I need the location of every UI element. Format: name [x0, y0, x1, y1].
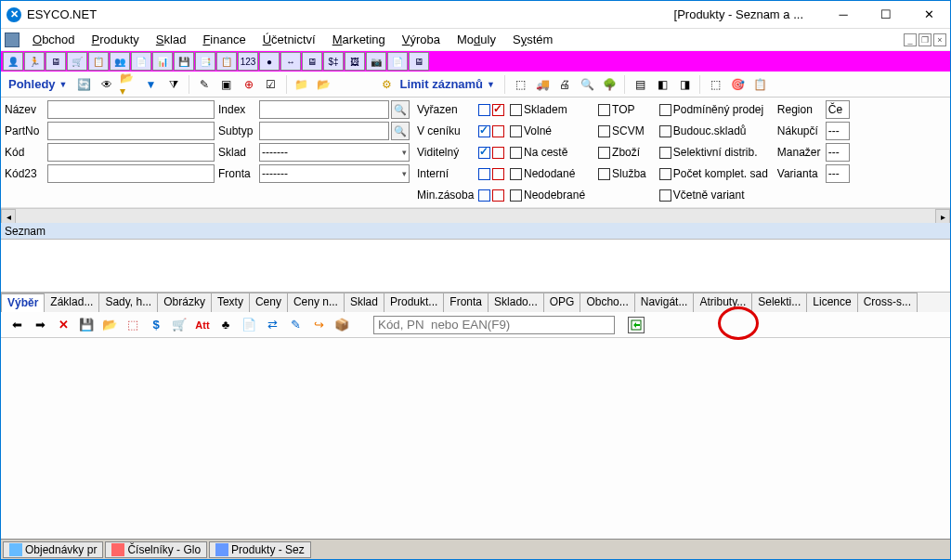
- tb-icon-20[interactable]: 🖥: [409, 52, 429, 71]
- tb3-doc-icon[interactable]: 📄: [239, 315, 259, 335]
- tb-icon-4[interactable]: 🛒: [67, 52, 87, 71]
- tb3-edit-icon[interactable]: ✎: [285, 315, 306, 335]
- tb3-grid-icon[interactable]: ⬚: [123, 315, 143, 335]
- chk-vcvariant[interactable]: [659, 189, 671, 202]
- tb2-ext3-icon[interactable]: ◨: [675, 75, 694, 94]
- chk-vceniku-yes[interactable]: [492, 125, 504, 137]
- search-go-button[interactable]: [628, 317, 645, 333]
- minimize-button[interactable]: ─: [822, 1, 865, 29]
- menu-icon[interactable]: [5, 33, 20, 47]
- combo-fronta[interactable]: -------▾: [259, 164, 410, 183]
- chk-naceste[interactable]: [510, 147, 522, 159]
- chk-sluzba[interactable]: [598, 168, 610, 180]
- tb-icon-12[interactable]: 123: [238, 52, 258, 71]
- search-subtyp-button[interactable]: 🔍: [391, 122, 410, 140]
- hscroll[interactable]: ◂ ▸: [1, 208, 950, 223]
- tab-produkt[interactable]: Produkt...: [384, 293, 444, 312]
- tb3-new-icon[interactable]: ⬅: [7, 315, 27, 335]
- tab-texty[interactable]: Texty: [211, 293, 250, 312]
- tb2-check-icon[interactable]: ☑: [262, 75, 280, 94]
- tb2-refresh-icon[interactable]: 🔄: [75, 75, 94, 94]
- tb2-folder1-icon[interactable]: 📁: [293, 75, 311, 94]
- tb2-print-icon[interactable]: 🖨: [555, 75, 574, 94]
- tb-icon-10[interactable]: 📑: [195, 52, 215, 71]
- search-input[interactable]: [373, 316, 615, 334]
- tb3-box-icon[interactable]: 📦: [332, 315, 352, 335]
- chk-interni-no[interactable]: [478, 168, 490, 180]
- chk-podmprodej[interactable]: [659, 104, 671, 116]
- hscroll-right-button[interactable]: ▸: [935, 209, 950, 224]
- tb2-folder2-icon[interactable]: 📂: [315, 75, 333, 94]
- mdi-restore-button[interactable]: ❐: [918, 33, 931, 46]
- tb-icon-19[interactable]: 📄: [387, 52, 408, 71]
- tb-icon-13[interactable]: ●: [259, 52, 280, 71]
- tb2-ext2-icon[interactable]: ◧: [653, 75, 671, 94]
- menu-obchod[interactable]: Obchod: [25, 31, 83, 48]
- tab-zaklad[interactable]: Základ...: [44, 293, 99, 312]
- tb-icon-18[interactable]: 📷: [366, 52, 386, 71]
- tab-ceny[interactable]: Ceny: [249, 293, 288, 312]
- tb-icon-7[interactable]: 📄: [131, 52, 151, 71]
- menu-vyroba[interactable]: Výroba: [395, 31, 448, 48]
- tb2-wheel-icon[interactable]: ⚙: [378, 75, 397, 94]
- menu-ucetnictvi[interactable]: Účetnictví: [255, 31, 323, 48]
- tab-atributy[interactable]: Atributy...: [693, 293, 752, 312]
- tab-cenyn[interactable]: Ceny n...: [287, 293, 345, 312]
- tab-obcho[interactable]: Obcho...: [580, 293, 634, 312]
- tb3-club-icon[interactable]: ♣: [215, 315, 236, 335]
- chk-volne[interactable]: [510, 125, 522, 137]
- tb-icon-9[interactable]: 💾: [174, 52, 194, 71]
- combo-nakupci[interactable]: ---: [826, 122, 850, 140]
- chk-scvm[interactable]: [598, 125, 610, 137]
- tab-opg[interactable]: OPG: [543, 293, 581, 312]
- chk-interni-yes[interactable]: [492, 168, 504, 180]
- menu-finance[interactable]: Finance: [195, 31, 253, 48]
- tab-sady[interactable]: Sady, h...: [98, 293, 158, 312]
- hscroll-left-button[interactable]: ◂: [1, 209, 16, 224]
- tb3-dollar-icon[interactable]: $: [146, 315, 166, 335]
- tb-icon-8[interactable]: 📊: [152, 52, 173, 71]
- tab-selekti[interactable]: Selekti...: [751, 293, 807, 312]
- chk-vyrazen-yes[interactable]: [492, 104, 504, 116]
- combo-varianta[interactable]: ---: [826, 164, 850, 183]
- mdi-close-button[interactable]: ×: [933, 33, 946, 46]
- tb3-add-icon[interactable]: ➡: [30, 315, 50, 335]
- tb2-view-icon[interactable]: 👁: [98, 75, 116, 94]
- input-subtyp[interactable]: [259, 122, 389, 140]
- mdi-minimize-button[interactable]: _: [904, 33, 917, 46]
- tb3-transfer-icon[interactable]: ⇄: [262, 315, 282, 335]
- tb-icon-17[interactable]: 🖼: [345, 52, 365, 71]
- tb2-ext4-icon[interactable]: ⬚: [706, 75, 724, 94]
- input-nazev[interactable]: [47, 100, 215, 119]
- tb-icon-1[interactable]: 👤: [3, 52, 23, 71]
- chk-minzasoba-no[interactable]: [478, 189, 490, 202]
- tb2-grid1-icon[interactable]: ⬚: [511, 75, 529, 94]
- chk-viditelny-yes[interactable]: [492, 147, 504, 159]
- menu-marketing[interactable]: Marketing: [325, 31, 393, 48]
- tab-obrazky[interactable]: Obrázky: [157, 293, 212, 312]
- search-index-button[interactable]: 🔍: [391, 100, 410, 119]
- chk-vyrazen-no[interactable]: [478, 104, 490, 116]
- tb-icon-16[interactable]: $‡: [323, 52, 344, 71]
- chk-top[interactable]: [598, 104, 610, 116]
- tb-icon-11[interactable]: 📋: [216, 52, 237, 71]
- tb2-new-icon[interactable]: ▣: [217, 75, 236, 94]
- chk-nedodane[interactable]: [510, 168, 522, 180]
- tb3-move-icon[interactable]: ↪: [308, 315, 329, 335]
- tb3-cart-icon[interactable]: 🛒: [169, 315, 189, 335]
- tb2-ext1-icon[interactable]: ▤: [631, 75, 649, 94]
- combo-sklad[interactable]: -------▾: [259, 143, 410, 162]
- tb-icon-2[interactable]: 🏃: [24, 52, 45, 71]
- tb2-add-icon[interactable]: ⊕: [240, 75, 258, 94]
- tab-sklad[interactable]: Sklad: [344, 293, 384, 312]
- input-kod23[interactable]: [47, 164, 215, 183]
- tb2-funnel-icon[interactable]: ⧩: [164, 75, 183, 94]
- chk-viditelny-no[interactable]: [478, 147, 490, 159]
- task-ciselniky[interactable]: Číselníky - Glo: [105, 541, 207, 558]
- tb-icon-5[interactable]: 📋: [88, 52, 109, 71]
- chk-selekt[interactable]: [659, 147, 671, 159]
- tb2-search-icon[interactable]: 🔍: [578, 75, 596, 94]
- tab-vyber[interactable]: Výběr: [1, 293, 45, 312]
- tab-navigat[interactable]: Navigát...: [634, 293, 695, 312]
- tab-fronta[interactable]: Fronta: [443, 293, 489, 312]
